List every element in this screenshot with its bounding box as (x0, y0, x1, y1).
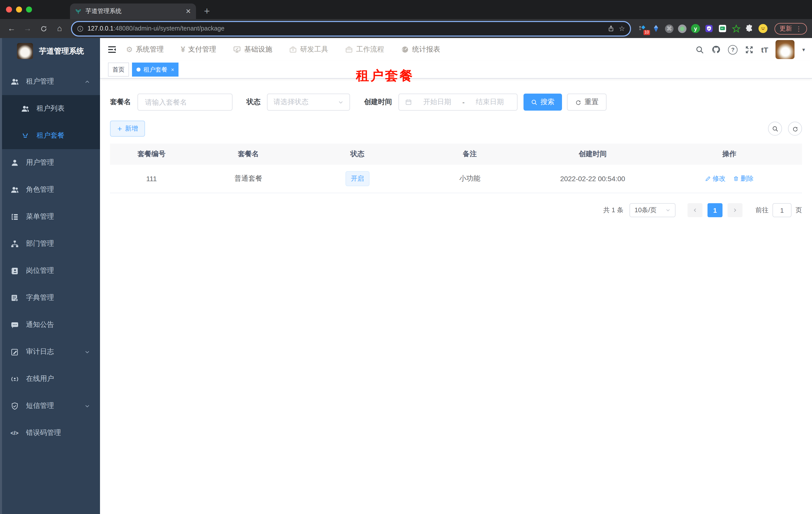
extension-command-icon[interactable]: ⌘ (665, 24, 673, 33)
reset-button[interactable]: 重置 (567, 93, 607, 111)
forward-icon[interactable]: → (21, 22, 34, 35)
sidebar-item-notice[interactable]: 通知公告 (0, 311, 100, 338)
search-label: 搜索 (541, 98, 554, 107)
avatar[interactable] (776, 40, 795, 59)
col-header: 套餐编号 (110, 150, 193, 159)
date-range-picker[interactable]: 开始日期 - 结束日期 (399, 93, 518, 111)
prev-page-button[interactable] (688, 203, 702, 217)
badge-icon (10, 267, 19, 275)
extension-green-dot-icon[interactable] (678, 24, 687, 33)
update-button[interactable]: 更新 ⋮ (775, 23, 807, 34)
browser-toolbar: ← → ⌂ 127.0.0.1:48080/admin-ui/system/te… (0, 19, 812, 38)
browser-tab[interactable]: 芋道管理系统 ✕ (70, 3, 196, 19)
goto-page-input[interactable] (773, 203, 791, 217)
github-icon[interactable] (712, 45, 721, 54)
page-size-select[interactable]: 10条/页 (630, 203, 675, 217)
sidebar-item-sms[interactable]: 短信管理 (0, 393, 100, 420)
avatar-caret-icon[interactable]: ▾ (802, 46, 805, 53)
extension-kite-icon[interactable] (651, 24, 661, 33)
back-icon[interactable]: ← (5, 22, 18, 35)
gear-icon: ⚙ (126, 45, 133, 54)
topnav-label: 支付管理 (188, 45, 216, 54)
package-name-input[interactable] (144, 98, 226, 107)
home-icon[interactable]: ⌂ (53, 22, 66, 35)
tag-home[interactable]: 首页 (108, 62, 129, 77)
logo-row[interactable]: 芋道管理系统 (0, 38, 100, 64)
sidebar-item-dict[interactable]: 字典管理 (0, 284, 100, 311)
extension-y-icon[interactable]: y (691, 24, 700, 33)
share-icon[interactable] (608, 25, 615, 32)
table-toolbar: 新增 (110, 120, 802, 137)
sidebar-item-audit-log[interactable]: 审计日志 (0, 338, 100, 366)
table-row[interactable]: 111 普通套餐 开启 小功能 2022-02-22 00:54:00 (110, 165, 802, 193)
zoom-window-button[interactable] (26, 6, 32, 12)
site-info-icon[interactable] (77, 25, 84, 32)
search-icon[interactable] (696, 45, 704, 54)
trash-icon (733, 176, 739, 182)
extension-emoji-icon[interactable] (758, 24, 767, 33)
url-bar[interactable]: 127.0.0.1:48080/admin-ui/system/tenant/p… (71, 21, 631, 36)
topnav-system[interactable]: ⚙ 系统管理 (126, 45, 164, 54)
edit-link[interactable]: 修改 (705, 174, 725, 183)
close-window-button[interactable] (6, 6, 12, 12)
plus-icon (117, 126, 122, 131)
extension-star-icon[interactable] (731, 24, 741, 33)
table-refresh-button[interactable] (788, 121, 802, 136)
table-search-toggle-button[interactable] (768, 121, 782, 136)
shield-icon (10, 402, 19, 410)
extension-chat-icon[interactable] (718, 24, 727, 33)
reload-icon[interactable] (37, 22, 50, 35)
current-page[interactable]: 1 (707, 203, 723, 217)
topnav-label: 工作流程 (356, 45, 384, 54)
browser-menu-dots-icon[interactable]: ⋮ (795, 25, 802, 32)
delete-link[interactable]: 删除 (733, 174, 754, 183)
sidebar-item-label: 租户套餐 (36, 131, 64, 140)
sidebar-item-label: 通知公告 (26, 320, 54, 329)
toolbox-icon (289, 46, 297, 54)
collapse-sidebar-icon[interactable] (107, 45, 117, 55)
extension-diamond-icon[interactable]: 10 (638, 24, 647, 33)
sidebar-item-role[interactable]: 角色管理 (0, 176, 100, 203)
page-size-value: 10条/页 (635, 206, 657, 215)
url-host: 127.0.0.1 (87, 25, 114, 32)
extension-shield-icon[interactable] (704, 24, 714, 33)
active-dot (137, 67, 141, 72)
tag-close-icon[interactable]: × (171, 66, 174, 73)
sidebar-item-online-users[interactable]: 在线用户 (0, 366, 100, 393)
sidebar-item-dept[interactable]: 部门管理 (0, 230, 100, 257)
topnav-report[interactable]: 统计报表 (401, 45, 440, 54)
fullscreen-icon[interactable] (745, 45, 754, 54)
font-size-icon[interactable]: tT (761, 45, 768, 54)
new-tab-button[interactable]: + (204, 3, 210, 19)
tab-title: 芋道管理系统 (86, 7, 181, 16)
sidebar-item-tenant[interactable]: 租户管理 (0, 68, 100, 95)
bookmark-star-icon[interactable]: ☆ (619, 25, 625, 32)
sidebar-item-label: 部门管理 (26, 239, 54, 248)
help-icon[interactable]: ? (728, 45, 738, 54)
sidebar-item-menu[interactable]: 菜单管理 (0, 203, 100, 230)
extensions-puzzle-icon[interactable] (745, 24, 754, 33)
add-button[interactable]: 新增 (110, 120, 145, 137)
topnav-pay[interactable]: ¥ 支付管理 (181, 45, 216, 54)
topnav-workflow[interactable]: 工作流程 (345, 45, 384, 54)
traffic-lights (0, 0, 39, 19)
next-page-button[interactable] (727, 203, 743, 217)
col-header: 操作 (657, 150, 802, 159)
sidebar-item-post[interactable]: 岗位管理 (0, 257, 100, 284)
sidebar-item-errorcode[interactable]: </> 错误码管理 (0, 420, 100, 447)
chevron-down-icon (85, 349, 90, 355)
sidebar-item-tenant-package[interactable]: 租户套餐 (0, 122, 100, 149)
tab-close-icon[interactable]: ✕ (185, 7, 191, 15)
user-icon (10, 158, 19, 167)
reset-label: 重置 (584, 98, 599, 107)
chevron-down-icon (666, 208, 670, 213)
minimize-window-button[interactable] (16, 6, 22, 12)
search-button[interactable]: 搜索 (523, 93, 562, 111)
topnav-devtools[interactable]: 研发工具 (289, 45, 328, 54)
sidebar-item-tenant-list[interactable]: 租户列表 (0, 95, 100, 122)
sidebar-item-user[interactable]: 用户管理 (0, 149, 100, 176)
tag-tenant-package[interactable]: 租户套餐 × (132, 62, 179, 77)
topnav-infra[interactable]: 基础设施 (233, 45, 272, 54)
yen-icon: ¥ (181, 45, 185, 54)
status-select[interactable]: 请选择状态 (267, 93, 350, 111)
